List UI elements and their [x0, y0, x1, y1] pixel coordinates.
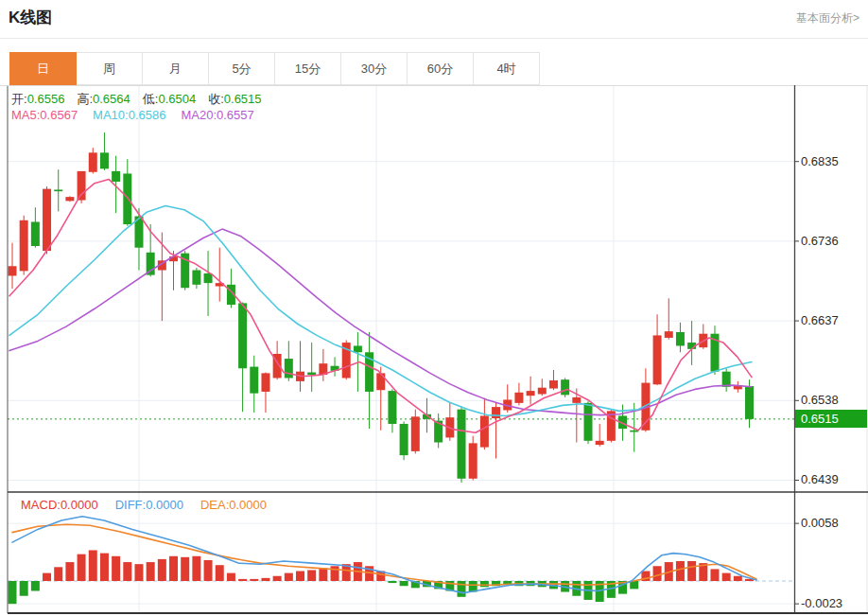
candle-body — [665, 331, 673, 338]
candle-body — [78, 171, 86, 201]
candle-body — [112, 171, 120, 182]
candle-body — [43, 189, 51, 251]
macd-bar — [123, 562, 131, 581]
row-ma-value: 0.6567 — [40, 108, 78, 122]
macd-bar — [89, 550, 97, 581]
candle-body — [745, 386, 754, 419]
y-axis-label: 0.6538 — [801, 393, 839, 407]
macd-bar — [734, 576, 742, 581]
candle-body — [676, 332, 685, 345]
macd-bar — [687, 561, 696, 581]
candle-body — [192, 271, 200, 285]
macd-bar — [250, 579, 258, 581]
candle-body — [584, 403, 593, 441]
candle-body — [89, 152, 97, 171]
y-axis-label: 0.6637 — [801, 313, 839, 327]
row-macd-value: 0.0000 — [229, 498, 267, 512]
macd-bar — [181, 557, 189, 581]
row-ma-label: MA5: — [11, 108, 40, 122]
ma-readout: MA5:0.6567MA10:0.6586MA20:0.6557 — [11, 108, 269, 122]
macd-bar — [31, 581, 40, 590]
macd-bar — [319, 568, 327, 581]
row-ohlc-label: 开: — [11, 92, 27, 106]
candle-body — [65, 197, 74, 201]
candle-body — [458, 410, 466, 479]
candle-body — [9, 266, 17, 275]
row-ohlc-value: 0.6564 — [93, 92, 130, 106]
macd-bar — [169, 556, 178, 581]
candle-body — [388, 391, 396, 424]
row-macd-label: DIFF: — [115, 498, 147, 512]
macd-bar — [458, 581, 466, 597]
candle-body — [250, 367, 258, 394]
row-ma-label: MA10: — [93, 108, 129, 122]
macd-bar — [158, 559, 166, 581]
candle-body — [561, 379, 569, 395]
candle-body — [469, 443, 477, 478]
macd-bar — [653, 566, 662, 581]
y-axis-label: 0.6439 — [801, 472, 839, 486]
candle-body — [147, 253, 155, 275]
current-price-tag: 0.6515 — [795, 410, 867, 428]
macd-bar — [9, 581, 17, 604]
candle-body — [400, 424, 408, 455]
row-ohlc-value: 0.6515 — [224, 92, 262, 106]
macd-bar — [676, 561, 685, 581]
candle-body — [411, 416, 420, 451]
candle-body — [307, 373, 316, 376]
y-axis-label: -0.0023 — [801, 596, 842, 610]
row-macd-value: 0.0000 — [61, 498, 98, 512]
macd-bar — [296, 572, 304, 581]
candle-body — [204, 273, 213, 283]
candle-body — [549, 380, 558, 389]
macd-bar — [261, 578, 269, 581]
macd-bar — [480, 581, 489, 587]
macd-bar — [285, 573, 293, 581]
candle-body — [492, 407, 500, 418]
macd-bar — [710, 569, 719, 581]
macd-bar — [331, 566, 339, 581]
macd-bar — [134, 564, 143, 581]
macd-bar — [388, 581, 396, 583]
macd-bar — [400, 581, 408, 586]
y-axis-label: 0.6835 — [801, 154, 839, 168]
macd-bar — [722, 573, 731, 581]
macd-bar — [100, 554, 109, 581]
macd-bar — [273, 576, 282, 581]
candle-body — [514, 393, 523, 403]
macd-bar — [204, 560, 213, 581]
macd-bar — [112, 556, 120, 581]
row-ma-value: 0.6586 — [129, 108, 166, 122]
macd-bar — [227, 573, 235, 581]
row-ohlc-label: 收: — [208, 92, 224, 106]
row-macd-label: MACD: — [21, 498, 61, 512]
macd-bar — [238, 579, 247, 581]
candle-body — [54, 189, 62, 191]
candle-body — [527, 391, 535, 396]
candle-body — [238, 303, 247, 368]
candle-body — [31, 221, 40, 246]
candle-body — [354, 345, 362, 352]
row-ohlc-label: 低: — [143, 92, 159, 106]
candle-body — [538, 388, 547, 395]
macd-bar — [65, 562, 74, 581]
macd-readout: MACD:0.0000DIFF:0.0000DEA:0.0000 — [21, 498, 284, 512]
row-ohlc-value: 0.6504 — [158, 92, 196, 106]
candle-body — [722, 372, 731, 387]
macd-bar — [43, 573, 51, 581]
y-axis-label: 0.0058 — [801, 516, 839, 530]
candle-body — [572, 397, 581, 403]
ohlc-readout: 开:0.6556高:0.6564低:0.6504收:0.6515 — [11, 91, 274, 108]
candle-body — [596, 441, 604, 445]
candle-body — [100, 152, 109, 168]
macd-bar — [78, 554, 86, 581]
candle-body — [261, 373, 269, 392]
row-macd-label: DEA: — [200, 498, 229, 512]
candle-body — [653, 335, 662, 384]
macd-bar — [54, 567, 62, 581]
macd-bar — [147, 562, 155, 581]
macd-bar — [20, 581, 28, 596]
row-ohlc-value: 0.6556 — [27, 92, 65, 106]
candle-body — [480, 415, 489, 447]
row-ohlc-label: 高: — [77, 92, 93, 106]
